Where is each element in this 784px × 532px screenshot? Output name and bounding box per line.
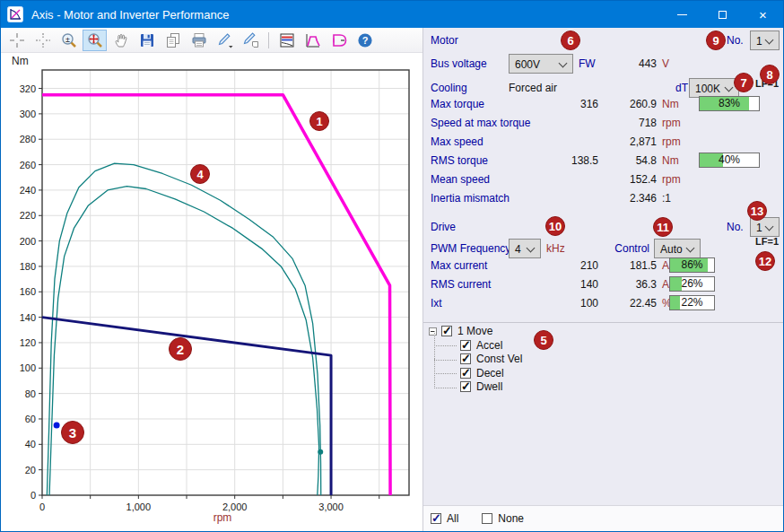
metric-value: 54.8 (613, 154, 657, 167)
metric-label: Max current (431, 259, 487, 272)
svg-text:3,000: 3,000 (318, 501, 344, 512)
field-weakening-value: 443 (613, 57, 657, 70)
chevron-down-icon (686, 244, 695, 253)
metric-unit: rpm (662, 173, 681, 186)
svg-text:60: 60 (25, 414, 36, 424)
save-button[interactable] (135, 30, 159, 51)
metric-unit: A (662, 278, 669, 291)
copy-button[interactable] (161, 30, 185, 51)
none-label: None (498, 512, 524, 525)
max-speed-row: Max speed 2,871 rpm (423, 133, 783, 151)
zoom-extents-tool-button[interactable] (83, 30, 107, 51)
pan-tool-button[interactable] (109, 30, 133, 51)
maximize-icon (719, 11, 727, 19)
titlebar: Axis - Motor and Inverter Performance × (1, 1, 783, 28)
metric-label: Speed at max torque (431, 117, 530, 129)
control-label: Control (598, 242, 649, 255)
control-mode-select[interactable]: Auto (654, 239, 701, 258)
accel-checkbox[interactable] (460, 340, 471, 351)
annotation-badge-9: 9 (706, 31, 726, 50)
crosshair-icon (8, 31, 26, 49)
pencil-dropdown-icon (216, 31, 234, 49)
drive-no-label: No. (727, 221, 744, 233)
dwell-label: Dwell (476, 380, 502, 393)
decel-checkbox[interactable] (460, 368, 471, 379)
maximize-button[interactable] (702, 1, 743, 28)
dwell-checkbox[interactable] (460, 381, 471, 392)
zoom-tool-button[interactable]: ± (57, 30, 81, 51)
field-weakening-unit: V (662, 57, 669, 70)
move-tree-item[interactable]: Dwell (440, 380, 522, 395)
motor-section-label: Motor (431, 34, 458, 47)
field-weakening-label: FW (579, 57, 596, 70)
torque-speed-chart[interactable]: 01,0002,0003,000020406080100120140160180… (1, 53, 422, 532)
copy-icon (164, 31, 182, 49)
svg-text:140: 140 (20, 312, 36, 323)
chevron-down-icon (765, 222, 774, 231)
const-vel-checkbox[interactable] (460, 353, 471, 364)
close-button[interactable]: × (743, 1, 783, 28)
pwm-frequency-label: PWM Frequency (431, 242, 510, 255)
profile-chart-button[interactable] (301, 30, 325, 51)
torque-speed-chart-button[interactable] (274, 30, 299, 51)
rms-current-utilization-bar: 26% (669, 276, 715, 292)
motor-view-button[interactable] (327, 30, 351, 51)
pan-hand-icon (112, 31, 130, 49)
metric-limit: 140 (549, 278, 598, 291)
annotation-badge-12: 12 (755, 251, 775, 271)
move-1-label: 1 Move (457, 325, 492, 337)
svg-text:220: 220 (20, 210, 36, 221)
max-current-row: Max current 210 181.5 A 86% (423, 257, 783, 275)
chevron-down-icon (559, 59, 568, 68)
chevron-down-icon (765, 36, 774, 45)
svg-text:260: 260 (20, 160, 36, 170)
metric-label: Mean speed (431, 173, 490, 186)
toolbar-separator (268, 32, 269, 48)
none-checkbox[interactable] (482, 513, 492, 524)
minimize-button[interactable] (662, 1, 702, 28)
save-floppy-icon (138, 31, 156, 49)
motor-section-header: Motor No. 1 (423, 31, 783, 49)
svg-text:rpm: rpm (213, 511, 232, 524)
const-vel-label: Const Vel (476, 353, 522, 365)
crosshair-dashed-tool-button[interactable] (30, 30, 55, 51)
window-title: Axis - Motor and Inverter Performance (31, 8, 662, 22)
svg-text:±: ± (65, 34, 70, 43)
metric-label: Max speed (431, 135, 483, 148)
ixt-utilization-bar: 22% (669, 295, 715, 310)
svg-text:1,000: 1,000 (126, 501, 152, 512)
svg-text:0: 0 (30, 490, 36, 501)
motor-outline-icon (330, 31, 348, 49)
metric-unit: Nm (662, 154, 679, 167)
annotation-badge-8: 8 (760, 65, 780, 84)
annotation-badge-3: 3 (61, 421, 84, 444)
svg-text:80: 80 (25, 388, 36, 399)
pencil-note-icon (242, 31, 260, 49)
rms-torque-row: RMS torque 138.5 54.8 Nm 40% (423, 152, 783, 170)
print-button[interactable] (187, 30, 211, 51)
svg-text:?: ? (362, 34, 368, 45)
bus-voltage-select[interactable]: 600V (509, 54, 573, 74)
metric-value: 36.3 (613, 278, 657, 291)
metric-limit: 210 (549, 259, 598, 272)
svg-text:200: 200 (20, 236, 36, 247)
pwm-frequency-select[interactable]: 4 (509, 239, 541, 258)
annotate-tool-button[interactable] (239, 30, 263, 51)
rms-current-row: RMS current 140 36.3 A 26% (423, 275, 783, 293)
svg-text:Nm: Nm (12, 55, 29, 67)
minimize-icon (677, 14, 687, 15)
motor-number-select[interactable]: 1 (750, 31, 780, 50)
metric-label: Ixt (431, 297, 442, 310)
ixt-row: Ixt 100 22.45 % 22% (423, 294, 783, 312)
crosshair-tool-button[interactable] (4, 30, 29, 51)
app-window: Axis - Motor and Inverter Performance × … (0, 0, 784, 532)
svg-text:320: 320 (20, 83, 36, 94)
cooling-row: Cooling Forced air dT 100K (423, 79, 783, 97)
max-torque-row: Max torque 316 260.9 Nm 83% (423, 95, 783, 113)
metric-unit: rpm (662, 135, 681, 148)
help-button[interactable]: ? (353, 30, 377, 51)
edit-tool-button[interactable] (213, 30, 237, 51)
metric-unit: :1 (662, 192, 671, 205)
svg-text:100: 100 (20, 362, 36, 373)
all-checkbox[interactable] (431, 513, 441, 524)
